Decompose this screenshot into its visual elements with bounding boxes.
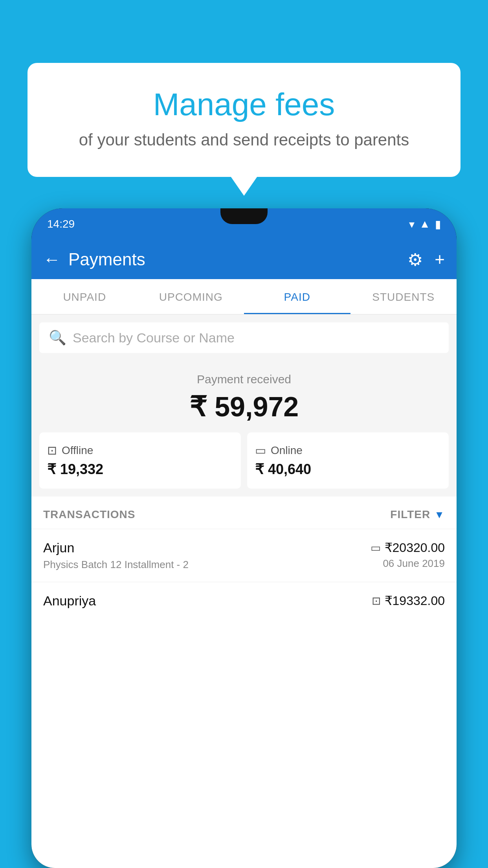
transaction-amount-1: ₹20320.00 (385, 540, 445, 555)
tab-bar: UNPAID UPCOMING PAID STUDENTS (31, 279, 457, 314)
app-header: ← Payments ⚙ + (31, 240, 457, 279)
filter-icon: ▼ (434, 509, 445, 521)
payment-summary: Payment received ₹ 59,972 ⊡ Offline ₹ 19… (31, 361, 457, 497)
transaction-left-1: Arjun Physics Batch 12 Installment - 2 (43, 540, 189, 571)
payment-total-amount: ₹ 59,972 (39, 391, 449, 423)
table-row[interactable]: Anupriya ⊡ ₹19332.00 (31, 582, 457, 623)
payment-type-icon-2: ⊡ (372, 594, 381, 607)
transaction-date-1: 06 June 2019 (371, 557, 445, 570)
online-amount: ₹ 40,640 (255, 461, 441, 478)
speech-bubble: Manage fees of your students and send re… (28, 63, 460, 177)
offline-label: Offline (62, 444, 93, 457)
wifi-icon: ▾ (409, 218, 415, 231)
payment-type-icon-1: ▭ (371, 541, 381, 554)
offline-amount: ₹ 19,332 (47, 461, 233, 478)
transaction-left-2: Anupriya (43, 593, 96, 612)
bubble-subtitle: of your students and send receipts to pa… (47, 131, 441, 149)
table-row[interactable]: Arjun Physics Batch 12 Installment - 2 ▭… (31, 529, 457, 582)
status-icons: ▾ ▲ ▮ (409, 218, 441, 231)
transaction-right-2: ⊡ ₹19332.00 (372, 593, 445, 611)
online-label: Online (271, 444, 303, 457)
settings-icon[interactable]: ⚙ (407, 250, 423, 270)
signal-icon: ▲ (419, 218, 430, 230)
header-left: ← Payments (43, 250, 145, 269)
page-title: Payments (68, 250, 145, 269)
online-payment-card: ▭ Online ₹ 40,640 (247, 432, 449, 489)
add-icon[interactable]: + (435, 250, 445, 269)
offline-payment-card: ⊡ Offline ₹ 19,332 (39, 432, 241, 489)
phone-screen: UNPAID UPCOMING PAID STUDENTS 🔍 Search b… (31, 279, 457, 868)
transaction-detail-1: Physics Batch 12 Installment - 2 (43, 559, 189, 571)
transaction-name-2: Anupriya (43, 593, 96, 609)
bubble-title: Manage fees (47, 86, 441, 123)
transaction-amount-2: ₹19332.00 (385, 593, 445, 608)
search-input[interactable]: Search by Course or Name (73, 330, 235, 346)
filter-label: FILTER (390, 508, 430, 521)
search-container: 🔍 Search by Course or Name (31, 314, 457, 361)
header-right: ⚙ + (407, 250, 445, 270)
transaction-name-1: Arjun (43, 540, 189, 555)
payment-received-label: Payment received (39, 373, 449, 386)
search-bar[interactable]: 🔍 Search by Course or Name (39, 322, 449, 353)
status-bar: 14:29 ▾ ▲ ▮ (31, 208, 457, 240)
tab-students[interactable]: STUDENTS (350, 279, 457, 314)
tab-paid[interactable]: PAID (244, 279, 350, 314)
phone-frame: 14:29 ▾ ▲ ▮ ← Payments ⚙ + UNPAID UPCOMI… (31, 208, 457, 868)
tab-upcoming[interactable]: UPCOMING (138, 279, 244, 314)
back-button[interactable]: ← (43, 250, 61, 269)
payment-cards: ⊡ Offline ₹ 19,332 ▭ Online ₹ 40,640 (39, 432, 449, 489)
transaction-right-1: ▭ ₹20320.00 06 June 2019 (371, 540, 445, 570)
transactions-label: TRANSACTIONS (43, 508, 135, 521)
battery-icon: ▮ (435, 218, 441, 231)
phone-notch (220, 208, 268, 224)
offline-icon: ⊡ (47, 443, 57, 457)
status-time: 14:29 (47, 218, 75, 230)
online-icon: ▭ (255, 443, 266, 457)
transactions-header: TRANSACTIONS FILTER ▼ (31, 497, 457, 529)
filter-button[interactable]: FILTER ▼ (390, 508, 445, 521)
tab-unpaid[interactable]: UNPAID (31, 279, 138, 314)
search-icon: 🔍 (49, 329, 66, 346)
